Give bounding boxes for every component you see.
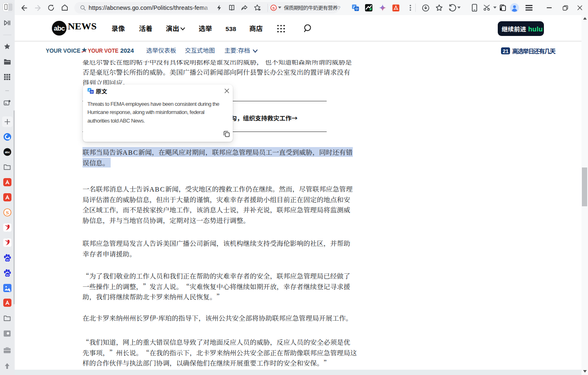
svg-text:中: 中	[355, 7, 359, 11]
svg-text:abc: abc	[53, 25, 65, 32]
svg-text:S: S	[6, 210, 9, 216]
svg-text:do: do	[6, 274, 9, 276]
svg-text:abc: abc	[5, 150, 10, 154]
svg-text:do: do	[6, 259, 9, 261]
svg-text:9: 9	[449, 8, 451, 11]
svg-text:中: 中	[90, 90, 93, 94]
svg-text:S: S	[272, 6, 275, 10]
